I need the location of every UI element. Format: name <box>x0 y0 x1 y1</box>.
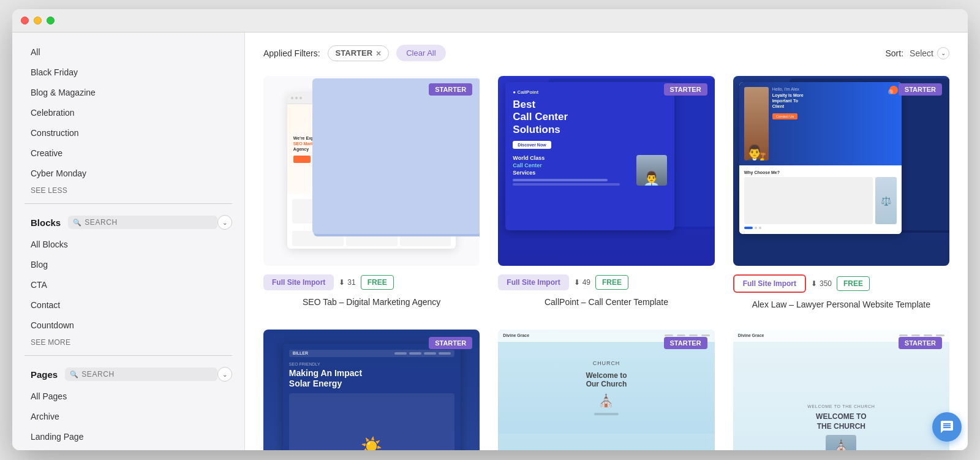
pages-collapse-button[interactable]: ⌄ <box>217 367 232 382</box>
template-grid-area: Applied Filters: STARTER × Clear All Sor… <box>245 32 968 450</box>
sidebar: All Black Friday Blog & Magazine Celebra… <box>12 32 245 450</box>
full-site-import-button-alex-law[interactable]: Full Site Import <box>733 274 806 293</box>
full-site-import-button-seo[interactable]: Full Site Import <box>263 274 334 290</box>
sidebar-item-contact[interactable]: Contact <box>12 295 244 315</box>
template-card-divine: STARTER Divine Grace <box>733 330 949 450</box>
sort-label: Sort: <box>886 48 904 58</box>
download-icon-seo: ⬇ <box>339 278 345 287</box>
starter-badge-divine: STARTER <box>899 337 942 349</box>
card-thumbnail-church[interactable]: STARTER Divine Grace <box>498 330 714 450</box>
template-card-alex-law: STARTER 👨‍⚖️ Hell <box>733 76 949 311</box>
app-window: All Black Friday Blog & Magazine Celebra… <box>12 9 968 450</box>
card-thumbnail-solar[interactable]: STARTER BILLER <box>263 330 480 450</box>
titlebar <box>12 9 968 32</box>
blocks-header: Blocks 🔍 ⌄ <box>12 210 244 235</box>
see-less-link[interactable]: SEE LESS <box>12 184 244 197</box>
card-title-callpoint: CallPoint – Call Center Template <box>498 296 714 309</box>
starter-badge-callpoint: STARTER <box>664 83 707 96</box>
sort-value: Select <box>910 48 933 58</box>
template-card-seo-tab: STARTER We'r <box>263 76 480 311</box>
sidebar-item-cta[interactable]: CTA <box>12 275 244 295</box>
free-badge-callpoint: FREE <box>595 275 628 290</box>
download-count-seo: ⬇ 31 <box>339 278 355 287</box>
card-badges-alex-law: Full Site Import ⬇ 350 FREE <box>733 274 949 293</box>
sort-area: Sort: Select ⌄ <box>886 47 950 59</box>
sort-dropdown-icon[interactable]: ⌄ <box>937 47 949 59</box>
search-icon-pages: 🔍 <box>70 371 78 379</box>
sort-select[interactable]: Select ⌄ <box>910 47 949 59</box>
chat-support-button[interactable] <box>932 412 962 442</box>
sidebar-item-blog-magazine[interactable]: Blog & Magazine <box>12 83 244 103</box>
pages-search-box[interactable]: 🔍 <box>65 368 217 381</box>
chat-icon <box>940 420 954 434</box>
starter-badge-alex-law: STARTER <box>899 83 942 96</box>
applied-filters-label: Applied Filters: <box>263 48 320 58</box>
template-card-callpoint: STARTER ● CallPoint BestCall CenterSolut… <box>498 76 714 311</box>
sidebar-item-archive[interactable]: Archive <box>12 407 244 427</box>
filter-tag-label: STARTER <box>336 48 372 58</box>
download-icon-callpoint: ⬇ <box>574 278 580 287</box>
free-badge-seo: FREE <box>361 275 394 290</box>
filters-bar: Applied Filters: STARTER × Clear All Sor… <box>263 45 949 61</box>
divider-1 <box>24 203 232 204</box>
starter-badge-seo: STARTER <box>429 83 472 96</box>
card-title-alex-law: Alex Law – Lawyer Personal Website Templ… <box>733 299 949 311</box>
card-thumbnail-alex-law[interactable]: STARTER 👨‍⚖️ Hell <box>733 76 949 266</box>
card-thumbnail-seo-tab[interactable]: STARTER We'r <box>263 76 480 266</box>
starter-badge-solar: STARTER <box>429 337 472 349</box>
download-number-callpoint: 49 <box>582 278 590 287</box>
download-count-alex-law: ⬇ 350 <box>811 279 832 288</box>
clear-all-button[interactable]: Clear All <box>396 45 445 61</box>
blocks-section: Blocks 🔍 ⌄ All Blocks Blog CTA Contact C… <box>12 210 244 349</box>
blocks-search-input[interactable] <box>85 218 213 227</box>
template-card-church: STARTER Divine Grace <box>498 330 714 450</box>
sidebar-item-all[interactable]: All <box>12 42 244 62</box>
blocks-search-box[interactable]: 🔍 <box>68 216 217 229</box>
main-content: All Black Friday Blog & Magazine Celebra… <box>12 32 968 450</box>
sidebar-item-all-pages[interactable]: All Pages <box>12 386 244 407</box>
filter-tag-remove-icon[interactable]: × <box>376 48 381 58</box>
card-badges-callpoint: Full Site Import ⬇ 49 FREE <box>498 274 714 290</box>
card-title-seo-tab: SEO Tab – Digital Marketing Agency <box>263 296 480 309</box>
card-thumbnail-divine[interactable]: STARTER Divine Grace <box>733 330 949 450</box>
download-count-callpoint: ⬇ 49 <box>574 278 590 287</box>
free-badge-alex-law: FREE <box>837 276 870 291</box>
see-more-link[interactable]: SEE MORE <box>12 336 244 349</box>
minimize-button[interactable] <box>34 17 42 25</box>
filters-left: Applied Filters: STARTER × Clear All <box>263 45 446 61</box>
close-button[interactable] <box>21 17 29 25</box>
starter-filter-tag[interactable]: STARTER × <box>328 45 390 61</box>
template-grid: STARTER We'r <box>263 76 949 450</box>
blocks-collapse-button[interactable]: ⌄ <box>217 215 232 230</box>
sidebar-item-celebration[interactable]: Celebration <box>12 103 244 123</box>
sidebar-item-black-friday[interactable]: Black Friday <box>12 62 244 83</box>
sidebar-item-creative[interactable]: Creative <box>12 143 244 164</box>
search-icon: 🔍 <box>73 219 81 227</box>
sidebar-item-product-archive[interactable]: Product Archive <box>12 447 244 450</box>
pages-header: Pages 🔍 ⌄ <box>12 362 244 386</box>
categories-section: All Black Friday Blog & Magazine Celebra… <box>12 42 244 197</box>
download-number-alex-law: 350 <box>820 279 832 288</box>
sidebar-item-all-blocks[interactable]: All Blocks <box>12 235 244 255</box>
card-thumbnail-callpoint[interactable]: STARTER ● CallPoint BestCall CenterSolut… <box>498 76 714 266</box>
pages-title: Pages <box>31 369 58 380</box>
full-site-import-button-callpoint[interactable]: Full Site Import <box>498 274 568 290</box>
pages-search-input[interactable] <box>81 370 213 379</box>
maximize-button[interactable] <box>47 17 55 25</box>
blocks-title: Blocks <box>31 217 61 228</box>
sidebar-item-landing-page[interactable]: Landing Page <box>12 427 244 447</box>
sidebar-item-blog[interactable]: Blog <box>12 255 244 275</box>
sidebar-item-construction[interactable]: Construction <box>12 123 244 143</box>
pages-section: Pages 🔍 ⌄ All Pages Archive Landing Page… <box>12 362 244 450</box>
sidebar-item-countdown[interactable]: Countdown <box>12 315 244 336</box>
divider-2 <box>24 355 232 356</box>
download-icon-alex-law: ⬇ <box>811 279 817 288</box>
download-number-seo: 31 <box>347 278 355 287</box>
starter-badge-church: STARTER <box>664 337 707 349</box>
template-card-solar: STARTER BILLER <box>263 330 480 450</box>
sidebar-item-cyber-monday[interactable]: Cyber Monday <box>12 164 244 184</box>
card-badges-seo-tab: Full Site Import ⬇ 31 FREE <box>263 274 480 290</box>
